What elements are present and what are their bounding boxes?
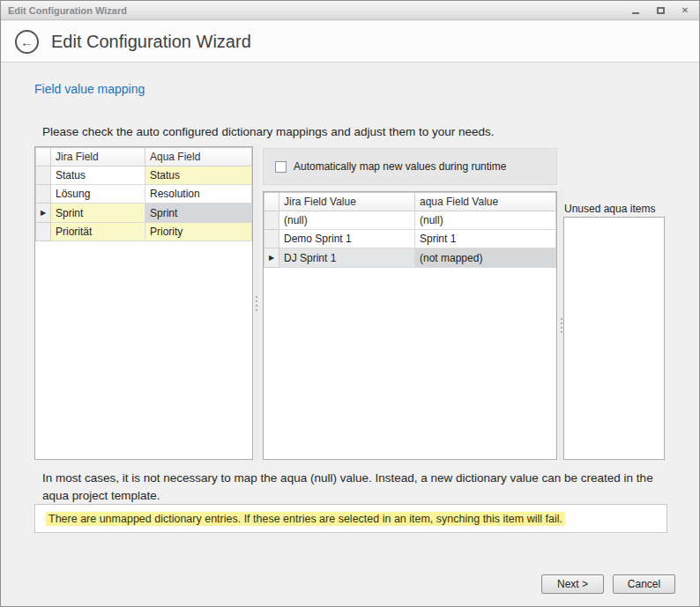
cancel-button[interactable]: Cancel bbox=[613, 574, 675, 594]
field-table-header-row: Jira Field Aqua Field bbox=[36, 148, 252, 167]
minimize-icon bbox=[632, 12, 639, 14]
instruction-text: Please check the auto configured diction… bbox=[42, 125, 495, 138]
row-indicator[interactable]: ▶ bbox=[264, 248, 279, 268]
table-row-selected: ▶ Sprint Sprint bbox=[36, 204, 252, 223]
table-row: Lösung Resolution bbox=[36, 185, 252, 204]
cell-aqua-value[interactable]: Sprint 1 bbox=[415, 230, 556, 248]
row-indicator[interactable]: ▶ bbox=[36, 204, 51, 223]
grip-dot bbox=[256, 296, 257, 298]
next-button[interactable]: Next > bbox=[541, 574, 604, 594]
cell-jira-field[interactable]: Status bbox=[51, 167, 145, 185]
page-title: Edit Configuration Wizard bbox=[51, 32, 251, 52]
unused-aqua-items-list[interactable] bbox=[563, 217, 665, 460]
row-indicator[interactable] bbox=[36, 223, 51, 241]
cell-jira-field[interactable]: Sprint bbox=[51, 204, 145, 223]
titlebar[interactable]: Edit Configuration Wizard ✕ bbox=[1, 1, 699, 20]
cell-jira-field[interactable]: Lösung bbox=[51, 185, 145, 204]
grip-dot bbox=[256, 305, 257, 307]
column-header-aqua-field[interactable]: Aqua Field bbox=[145, 148, 252, 167]
close-button[interactable]: ✕ bbox=[678, 4, 692, 17]
auto-map-checkbox[interactable] bbox=[275, 161, 287, 173]
unused-aqua-items-label: Unused aqua items bbox=[564, 203, 655, 215]
window-controls: ✕ bbox=[629, 4, 692, 17]
edit-configuration-wizard-window: Edit Configuration Wizard ✕ ← Edit Confi… bbox=[0, 0, 700, 607]
table-row: Demo Sprint 1 Sprint 1 bbox=[264, 230, 556, 248]
auto-map-label: Automatically map new values during runt… bbox=[294, 160, 506, 173]
grip-dot bbox=[561, 331, 562, 333]
field-mapping-table: Jira Field Aqua Field Status Status Lösu… bbox=[34, 146, 253, 460]
grip-dot bbox=[561, 318, 562, 320]
wizard-header: ← Edit Configuration Wizard bbox=[1, 21, 699, 63]
current-row-arrow-icon: ▶ bbox=[269, 248, 274, 267]
cell-aqua-value[interactable]: (null) bbox=[415, 211, 556, 230]
maximize-icon bbox=[657, 7, 665, 14]
table-row: Status Status bbox=[36, 167, 252, 185]
value-table-header-row: Jira Field Value aqua Field Value bbox=[264, 193, 556, 211]
column-header-aqua-field-value[interactable]: aqua Field Value bbox=[415, 193, 556, 211]
maximize-button[interactable] bbox=[653, 4, 667, 17]
warning-box: There are unmapped dictionary entries. I… bbox=[34, 504, 667, 533]
cell-jira-field[interactable]: Priorität bbox=[51, 223, 145, 241]
warning-text: There are unmapped dictionary entries. I… bbox=[46, 512, 565, 526]
runtime-option-panel: Automatically map new values during runt… bbox=[263, 148, 557, 185]
cell-aqua-field[interactable]: Resolution bbox=[145, 185, 252, 204]
back-button[interactable]: ← bbox=[15, 30, 39, 54]
section-title: Field value mapping bbox=[34, 82, 145, 96]
cell-jira-value[interactable]: Demo Sprint 1 bbox=[279, 230, 415, 248]
grip-dot bbox=[561, 322, 562, 324]
minimize-button[interactable] bbox=[629, 4, 643, 17]
cell-aqua-value[interactable]: (not mapped) bbox=[415, 248, 556, 268]
table-row: Priorität Priority bbox=[36, 223, 252, 241]
vertical-splitter[interactable] bbox=[254, 146, 259, 460]
column-header-jira-field[interactable]: Jira Field bbox=[51, 148, 145, 167]
cell-aqua-field[interactable]: Sprint bbox=[145, 204, 252, 223]
back-arrow-icon: ← bbox=[20, 35, 34, 48]
column-header-jira-field-value[interactable]: Jira Field Value bbox=[279, 193, 415, 211]
window-title: Edit Configuration Wizard bbox=[8, 5, 127, 16]
cell-aqua-field[interactable]: Priority bbox=[145, 223, 252, 241]
note-text: In most cases, it is not necessary to ma… bbox=[42, 470, 661, 504]
grid-corner-cell[interactable] bbox=[36, 148, 51, 167]
table-row: (null) (null) bbox=[264, 211, 556, 230]
row-indicator[interactable] bbox=[36, 167, 51, 185]
row-indicator[interactable] bbox=[36, 185, 51, 204]
row-indicator[interactable] bbox=[264, 230, 279, 248]
cell-aqua-field[interactable]: Status bbox=[145, 167, 252, 185]
close-icon: ✕ bbox=[681, 5, 689, 15]
cell-jira-value[interactable]: (null) bbox=[279, 211, 415, 230]
table-row-selected: ▶ DJ Sprint 1 (not mapped) bbox=[264, 248, 556, 268]
grip-dot bbox=[256, 300, 257, 302]
cell-jira-value[interactable]: DJ Sprint 1 bbox=[279, 248, 415, 268]
row-indicator[interactable] bbox=[264, 211, 279, 230]
grid-corner-cell[interactable] bbox=[264, 193, 279, 211]
grip-dot bbox=[561, 327, 562, 329]
grip-dot bbox=[256, 309, 257, 311]
current-row-arrow-icon: ▶ bbox=[41, 204, 46, 222]
value-mapping-table: Jira Field Value aqua Field Value (null)… bbox=[263, 191, 557, 460]
